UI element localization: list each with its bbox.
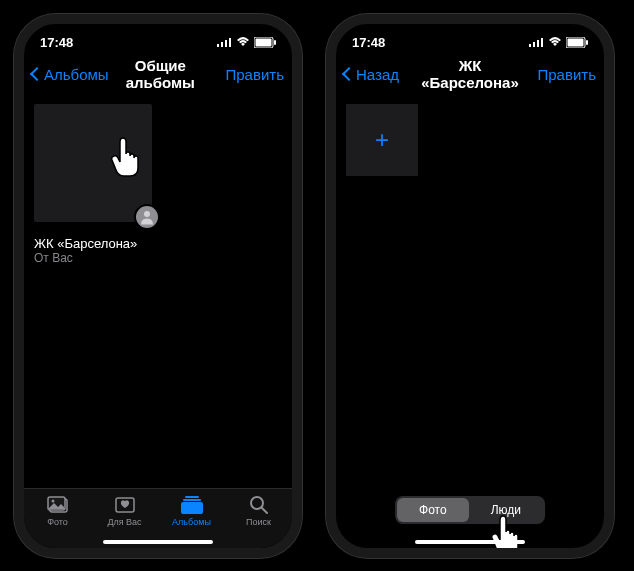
segmented-control: Фото Люди	[395, 496, 545, 524]
tab-photos[interactable]: Фото	[28, 495, 88, 527]
svg-rect-2	[225, 40, 227, 47]
nav-title: Общие альбомы	[109, 57, 212, 91]
tab-label: Для Вас	[107, 517, 141, 527]
tab-bar: Фото Для Вас Альбомы Поиск	[24, 488, 292, 548]
notch	[93, 24, 223, 46]
svg-rect-19	[537, 40, 539, 47]
back-button[interactable]: Назад	[344, 66, 416, 83]
battery-icon	[254, 37, 276, 48]
albums-icon	[180, 495, 204, 515]
svg-rect-1	[221, 42, 223, 47]
edit-label: Править	[538, 66, 597, 83]
nav-bar: Назад ЖК «Барселона» Править	[336, 54, 604, 94]
tab-label: Альбомы	[172, 517, 211, 527]
svg-point-15	[251, 497, 263, 509]
svg-rect-3	[229, 38, 231, 47]
edit-button[interactable]: Править	[212, 66, 284, 83]
status-time: 17:48	[352, 35, 385, 50]
wifi-icon	[236, 37, 250, 47]
for-you-icon	[113, 495, 137, 515]
svg-rect-14	[181, 502, 203, 514]
svg-rect-23	[586, 40, 588, 45]
phone-left: 17:48 Альбомы Общие альбомы Править	[14, 14, 302, 558]
nav-title: ЖК «Барселона»	[416, 57, 524, 91]
tab-for-you[interactable]: Для Вас	[95, 495, 155, 527]
back-label: Назад	[356, 66, 399, 83]
battery-icon	[566, 37, 588, 48]
svg-point-7	[144, 211, 150, 217]
album-title: ЖК «Барселона»	[34, 236, 284, 251]
svg-rect-22	[568, 38, 584, 46]
segment-people[interactable]: Люди	[469, 498, 543, 522]
svg-rect-12	[185, 496, 199, 498]
svg-line-16	[262, 508, 267, 513]
tab-albums[interactable]: Альбомы	[162, 495, 222, 527]
phone-right: 17:48 Назад ЖК «Барселона» Править +	[326, 14, 614, 558]
chevron-left-icon	[342, 67, 356, 81]
svg-rect-5	[256, 38, 272, 46]
svg-rect-18	[533, 42, 535, 47]
status-right	[217, 37, 276, 48]
content-area: +	[336, 94, 604, 548]
back-button[interactable]: Альбомы	[32, 66, 109, 83]
tab-search[interactable]: Поиск	[229, 495, 289, 527]
chevron-left-icon	[30, 67, 44, 81]
edit-button[interactable]: Править	[524, 66, 596, 83]
svg-rect-13	[183, 499, 201, 501]
svg-rect-0	[217, 44, 219, 47]
nav-bar: Альбомы Общие альбомы Править	[24, 54, 292, 94]
svg-rect-20	[541, 38, 543, 47]
home-indicator[interactable]	[415, 540, 525, 544]
segment-photo[interactable]: Фото	[397, 498, 469, 522]
status-time: 17:48	[40, 35, 73, 50]
person-icon	[138, 208, 156, 226]
notch	[405, 24, 535, 46]
status-right	[529, 37, 588, 48]
svg-point-10	[51, 500, 54, 503]
content-area: ЖК «Барселона» От Вас	[24, 94, 292, 548]
back-label: Альбомы	[44, 66, 109, 83]
svg-rect-6	[274, 40, 276, 45]
tab-label: Фото	[47, 517, 68, 527]
home-indicator[interactable]	[103, 540, 213, 544]
album-subtitle: От Вас	[34, 251, 284, 265]
plus-icon: +	[375, 126, 389, 154]
owner-avatar	[134, 204, 160, 230]
add-photo-button[interactable]: +	[346, 104, 418, 176]
svg-rect-17	[529, 44, 531, 47]
wifi-icon	[548, 37, 562, 47]
album-thumbnail[interactable]	[34, 104, 152, 222]
search-icon	[247, 495, 271, 515]
edit-label: Править	[226, 66, 285, 83]
photos-icon	[46, 495, 70, 515]
tab-label: Поиск	[246, 517, 271, 527]
